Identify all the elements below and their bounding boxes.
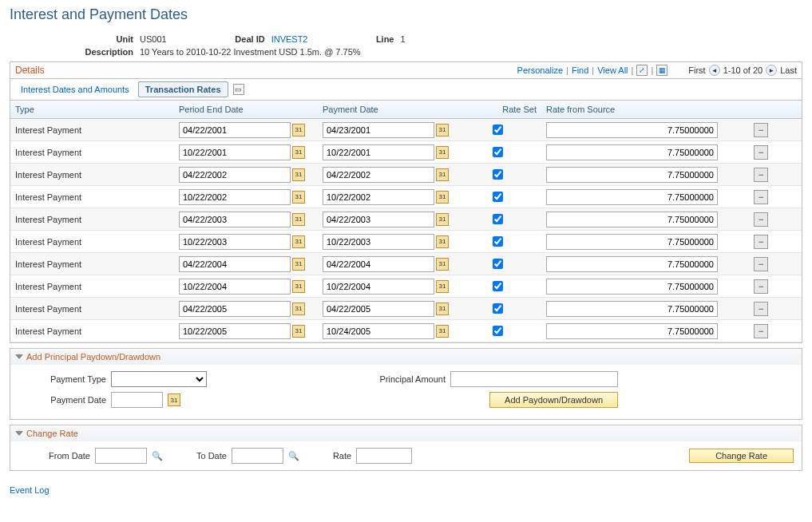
delete-row-button[interactable]: − — [754, 324, 768, 338]
period-end-input[interactable] — [179, 234, 291, 250]
add-paydown-button[interactable]: Add Paydown/Drawdown — [489, 392, 618, 408]
view-all-link[interactable]: View All — [597, 65, 628, 75]
rate-set-checkbox[interactable] — [493, 125, 503, 135]
rate-set-checkbox[interactable] — [493, 326, 503, 336]
calendar-icon[interactable]: 31 — [436, 258, 449, 271]
rate-from-input[interactable] — [546, 279, 718, 295]
delete-row-button[interactable]: − — [754, 190, 768, 204]
payment-date-input[interactable] — [323, 212, 434, 227]
delete-row-button[interactable]: − — [754, 168, 768, 182]
rate-from-input[interactable] — [546, 212, 718, 227]
payment-date-input[interactable] — [323, 301, 434, 317]
payment-type-select[interactable] — [111, 371, 207, 387]
calendar-icon[interactable]: 31 — [168, 393, 180, 406]
event-log-link[interactable]: Event Log — [10, 485, 50, 495]
lookup-icon[interactable]: 🔍 — [288, 450, 299, 461]
rate-from-input[interactable] — [546, 167, 718, 183]
calendar-icon[interactable]: 31 — [292, 303, 305, 315]
calendar-icon[interactable]: 31 — [292, 168, 305, 181]
col-type[interactable]: Type — [10, 101, 174, 118]
change-rate-button[interactable]: Change Rate — [689, 449, 794, 463]
rate-from-input[interactable] — [546, 323, 718, 339]
col-rate-set[interactable]: Rate Set — [454, 101, 541, 118]
period-end-input[interactable] — [179, 144, 291, 160]
paydown-header[interactable]: Add Principal Paydown/Drawdown — [10, 349, 802, 365]
from-date-input[interactable] — [95, 448, 147, 464]
payment-date-input[interactable] — [323, 144, 434, 160]
payment-date-input[interactable] — [323, 189, 434, 205]
rate-set-checkbox[interactable] — [493, 281, 503, 291]
rate-set-checkbox[interactable] — [493, 236, 503, 247]
rate-set-checkbox[interactable] — [493, 303, 503, 314]
rate-set-checkbox[interactable] — [493, 192, 503, 202]
col-rate-from[interactable]: Rate from Source — [541, 101, 749, 118]
calendar-icon[interactable]: 31 — [292, 280, 305, 293]
period-end-input[interactable] — [179, 301, 291, 317]
calendar-icon[interactable]: 31 — [436, 280, 449, 293]
calendar-icon[interactable]: 31 — [292, 235, 305, 248]
personalize-link[interactable]: Personalize — [517, 65, 563, 75]
rate-set-checkbox[interactable] — [493, 169, 503, 180]
delete-row-button[interactable]: − — [754, 257, 768, 271]
calendar-icon[interactable]: 31 — [292, 191, 305, 204]
period-end-input[interactable] — [179, 323, 291, 339]
tab-transaction-rates[interactable]: Transaction Rates — [138, 81, 228, 97]
delete-row-button[interactable]: − — [754, 302, 768, 316]
calendar-icon[interactable]: 31 — [436, 191, 449, 204]
period-end-input[interactable] — [179, 189, 291, 205]
rate-set-checkbox[interactable] — [493, 259, 503, 269]
calendar-icon[interactable]: 31 — [436, 168, 449, 181]
deal-value[interactable]: INVEST2 — [271, 34, 308, 44]
to-date-input[interactable] — [232, 448, 283, 464]
period-end-input[interactable] — [179, 212, 291, 227]
next-icon[interactable]: ► — [766, 65, 777, 76]
lookup-icon[interactable]: 🔍 — [152, 450, 163, 461]
delete-row-button[interactable]: − — [754, 235, 768, 249]
show-all-columns-icon[interactable]: ▭ — [233, 84, 244, 95]
zoom-icon[interactable]: ⤢ — [636, 65, 648, 76]
calendar-icon[interactable]: 31 — [436, 213, 449, 226]
tab-interest-dates[interactable]: Interest Dates and Amounts — [14, 81, 137, 97]
period-end-input[interactable] — [179, 279, 291, 295]
rate-from-input[interactable] — [546, 301, 718, 317]
calendar-icon[interactable]: 31 — [436, 124, 449, 136]
rate-from-input[interactable] — [546, 144, 718, 160]
calendar-icon[interactable]: 31 — [292, 258, 305, 271]
rate-from-input[interactable] — [546, 256, 718, 272]
period-end-input[interactable] — [179, 167, 291, 183]
payment-date-input[interactable] — [323, 167, 434, 183]
rate-from-input[interactable] — [546, 122, 718, 138]
last-label[interactable]: Last — [780, 65, 797, 75]
col-period-end[interactable]: Period End Date — [174, 101, 318, 118]
payment-date-input[interactable] — [323, 234, 434, 250]
calendar-icon[interactable]: 31 — [436, 303, 449, 315]
delete-row-button[interactable]: − — [754, 212, 768, 227]
payment-date-input[interactable] — [323, 279, 434, 295]
calendar-icon[interactable]: 31 — [292, 325, 305, 338]
first-label[interactable]: First — [688, 65, 705, 75]
calendar-icon[interactable]: 31 — [292, 124, 305, 136]
prev-icon[interactable]: ◄ — [709, 65, 720, 76]
rate-set-checkbox[interactable] — [493, 214, 503, 224]
rate-from-input[interactable] — [546, 189, 718, 205]
period-end-input[interactable] — [179, 256, 291, 272]
download-icon[interactable]: ▦ — [656, 65, 667, 76]
calendar-icon[interactable]: 31 — [292, 213, 305, 226]
rate-input[interactable] — [356, 448, 412, 464]
principal-input[interactable] — [450, 371, 618, 387]
change-rate-header[interactable]: Change Rate — [10, 425, 802, 441]
find-link[interactable]: Find — [572, 65, 588, 75]
delete-row-button[interactable]: − — [754, 145, 768, 160]
calendar-icon[interactable]: 31 — [292, 146, 305, 159]
delete-row-button[interactable]: − — [754, 279, 768, 294]
rate-from-input[interactable] — [546, 234, 718, 250]
col-payment-date[interactable]: Payment Date — [318, 101, 454, 118]
payment-date-input[interactable] — [323, 256, 434, 272]
rate-set-checkbox[interactable] — [493, 147, 503, 157]
period-end-input[interactable] — [179, 122, 291, 138]
calendar-icon[interactable]: 31 — [436, 146, 449, 159]
payment-date-input[interactable] — [323, 122, 434, 138]
payment-date-input[interactable] — [323, 323, 434, 339]
calendar-icon[interactable]: 31 — [436, 235, 449, 248]
calendar-icon[interactable]: 31 — [436, 325, 449, 338]
